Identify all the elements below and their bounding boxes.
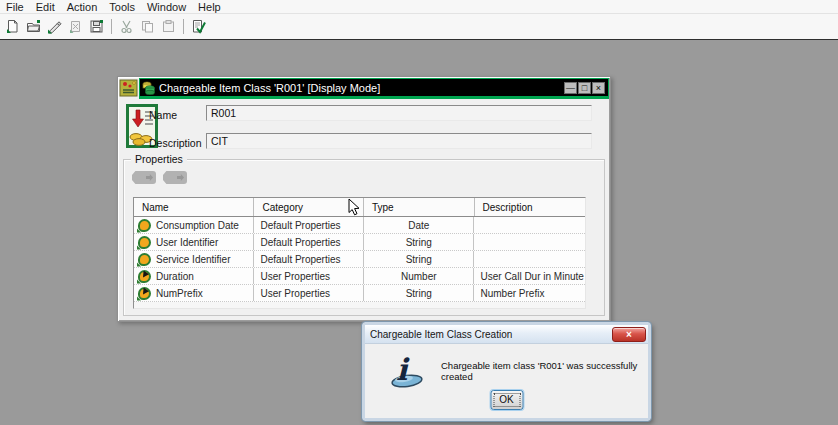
toolbar — [0, 14, 838, 40]
minimize-button[interactable]: — — [564, 82, 577, 94]
new-icon[interactable] — [3, 17, 22, 36]
toolbar-separator — [111, 19, 112, 34]
menu-action[interactable]: Action — [61, 1, 104, 13]
window-title: Chargeable Item Class 'R001' [Display Mo… — [159, 82, 560, 94]
property-type: Date — [364, 217, 474, 233]
menu-bar: File Edit Action Tools Window Help — [0, 0, 838, 14]
dialog-message: Chargeable item class 'R001' was success… — [441, 360, 646, 382]
cut-glyph — [119, 19, 134, 34]
chargeable-item-class-window: Chargeable Item Class 'R001' [Display Mo… — [117, 76, 611, 322]
new-document-glyph — [5, 19, 20, 34]
validate-glyph — [191, 19, 206, 34]
window-app-icon — [119, 78, 139, 98]
maximize-button[interactable]: □ — [578, 82, 591, 94]
property-category: User Properties — [254, 285, 364, 301]
save-icon[interactable] — [87, 17, 106, 36]
remove-property-button[interactable] — [163, 171, 187, 184]
property-category: Default Properties — [254, 251, 364, 267]
name-label: Name — [149, 109, 177, 121]
cut-icon[interactable] — [117, 17, 136, 36]
properties-toolbar — [132, 171, 187, 184]
dialog-title: Chargeable Item Class Creation — [370, 329, 512, 340]
property-type: String — [364, 234, 474, 250]
property-type: String — [364, 285, 474, 301]
property-clock-icon — [138, 287, 151, 300]
validate-icon[interactable] — [189, 17, 208, 36]
menu-help[interactable]: Help — [192, 1, 227, 13]
menu-edit[interactable]: Edit — [30, 1, 61, 13]
pencil-glyph — [47, 19, 62, 34]
property-category: User Properties — [254, 268, 364, 284]
table-row[interactable]: User Identifier Default Properties Strin… — [134, 234, 585, 251]
property-name: Duration — [156, 271, 194, 282]
menu-window[interactable]: Window — [141, 1, 192, 13]
add-property-button[interactable] — [132, 171, 156, 184]
property-bubble-icon — [138, 236, 151, 249]
column-header-name[interactable]: Name — [134, 198, 254, 216]
name-field[interactable]: R001 — [206, 105, 592, 121]
table-row[interactable]: NumPrefix User Properties String Number … — [134, 285, 585, 302]
delete-glyph — [68, 19, 83, 34]
delete-icon[interactable] — [66, 17, 85, 36]
class-cylinder-icon — [142, 80, 155, 95]
open-icon[interactable] — [24, 17, 43, 36]
table-row[interactable]: Service Identifier Default Properties St… — [134, 251, 585, 268]
property-name: Consumption Date — [156, 220, 239, 231]
toolbar-separator — [183, 19, 184, 34]
mouse-cursor — [348, 198, 360, 220]
description-field[interactable]: CIT — [206, 133, 592, 149]
property-description: Number Prefix — [474, 285, 585, 301]
edit-icon[interactable] — [45, 17, 64, 36]
paste-glyph — [161, 19, 176, 34]
property-name: User Identifier — [156, 237, 218, 248]
column-header-description[interactable]: Description — [475, 198, 586, 216]
properties-groupbox: Properties Name Category Type Descriptio… — [123, 159, 605, 316]
open-folder-glyph — [26, 19, 41, 34]
dialog-body: i Chargeable item class 'R001' was succe… — [365, 344, 648, 418]
property-category: Default Properties — [254, 234, 364, 250]
dialog-title-bar[interactable]: Chargeable Item Class Creation × — [365, 325, 648, 344]
property-bubble-icon — [138, 219, 151, 232]
window-title-bar[interactable]: Chargeable Item Class 'R001' [Display Mo… — [119, 78, 609, 99]
property-type: String — [364, 251, 474, 267]
column-header-type[interactable]: Type — [364, 198, 475, 216]
dialog-close-icon[interactable]: × — [612, 327, 646, 342]
close-button[interactable]: × — [592, 82, 605, 94]
property-bubble-icon — [138, 253, 151, 266]
info-icon: i — [387, 350, 427, 394]
property-description — [474, 234, 585, 250]
property-description — [474, 251, 585, 267]
property-type: Number — [364, 268, 474, 284]
menu-tools[interactable]: Tools — [103, 1, 141, 13]
paste-icon[interactable] — [159, 17, 178, 36]
property-name: NumPrefix — [156, 288, 203, 299]
description-label: Description — [149, 137, 202, 149]
disk-glyph — [89, 19, 104, 34]
property-description: User Call Dur in Minute — [474, 268, 585, 284]
copy-glyph — [140, 19, 155, 34]
menu-file[interactable]: File — [0, 1, 30, 13]
window-title-bar-main[interactable]: Chargeable Item Class 'R001' [Display Mo… — [139, 78, 609, 99]
ok-button[interactable]: OK — [490, 390, 523, 410]
property-clock-icon — [138, 270, 151, 283]
table-row[interactable]: Duration User Properties Number User Cal… — [134, 268, 585, 285]
creation-message-dialog: Chargeable Item Class Creation × i Charg… — [362, 322, 651, 421]
properties-group-label: Properties — [131, 153, 187, 165]
copy-icon[interactable] — [138, 17, 157, 36]
property-name: Service Identifier — [156, 254, 230, 265]
property-description — [474, 217, 585, 233]
